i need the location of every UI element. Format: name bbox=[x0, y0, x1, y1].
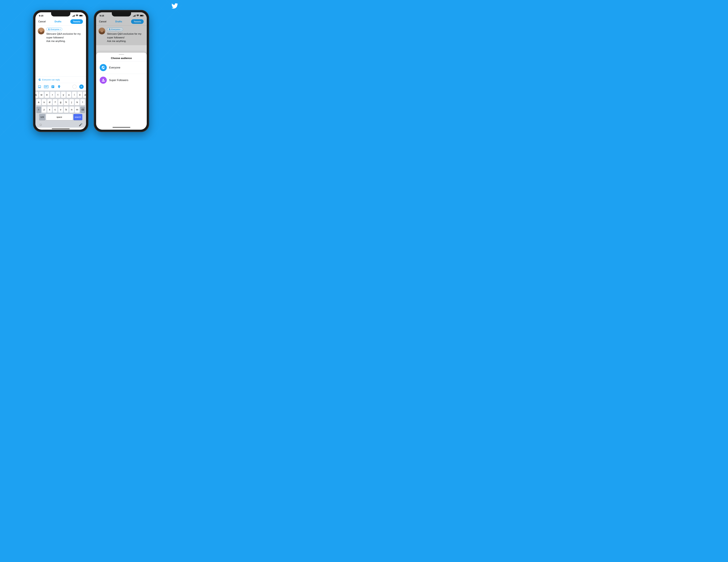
battery-icon-1 bbox=[79, 15, 82, 16]
key-j[interactable]: j bbox=[69, 99, 74, 105]
compose-area-1: Everyone ▾ Skincare Q&A exclusive for my… bbox=[35, 25, 86, 45]
key-i[interactable]: i bbox=[72, 92, 77, 98]
avatar-1 bbox=[38, 28, 45, 34]
sheet-title: Choose audience bbox=[96, 55, 147, 61]
audience-label-1: Everyone bbox=[51, 28, 59, 30]
audience-option-everyone[interactable]: Everyone bbox=[96, 61, 147, 74]
globe-reply-icon-1 bbox=[38, 78, 41, 81]
status-time-1: 9:15 bbox=[39, 14, 43, 17]
audience-sheet: Choose audience Everyone bbox=[96, 53, 147, 130]
phone-2: 9:15 Cancel Drafts Tweets bbox=[94, 10, 149, 132]
phone-1-screen: 9:15 Cancel Drafts Tweets bbox=[35, 12, 86, 130]
key-a[interactable]: a bbox=[36, 99, 41, 105]
keyboard-row-3: ⇧ z x c v b n m ⌫ bbox=[36, 106, 85, 113]
wifi-icon-1 bbox=[76, 15, 78, 17]
key-p[interactable]: p bbox=[83, 92, 86, 98]
twitter-logo bbox=[171, 3, 179, 9]
location-icon-1[interactable] bbox=[57, 85, 61, 88]
notch-1 bbox=[51, 12, 70, 16]
key-m[interactable]: m bbox=[75, 106, 80, 113]
reply-text-1: Everyone can reply bbox=[42, 79, 60, 81]
chevron-icon-1: ▾ bbox=[60, 28, 61, 30]
superfollowers-icon bbox=[100, 77, 107, 84]
key-d[interactable]: d bbox=[47, 99, 52, 105]
key-delete[interactable]: ⌫ bbox=[80, 106, 85, 113]
key-n[interactable]: n bbox=[69, 106, 74, 113]
keyboard-row-2: a s d f g h j k l bbox=[36, 99, 85, 105]
key-shift[interactable]: ⇧ bbox=[36, 106, 41, 113]
superfollowers-option-icon bbox=[101, 78, 105, 82]
key-v[interactable]: v bbox=[58, 106, 63, 113]
keyboard-row-1: q w e r t y u i o p bbox=[36, 92, 85, 98]
key-e[interactable]: e bbox=[45, 92, 49, 98]
key-y[interactable]: y bbox=[61, 92, 66, 98]
tweet-text-1[interactable]: Skincare Q&A exclusive for my super foll… bbox=[46, 32, 84, 43]
mic-icon-1[interactable]: 🎤 bbox=[79, 123, 82, 126]
key-b[interactable]: b bbox=[64, 106, 69, 113]
key-g[interactable]: g bbox=[58, 99, 63, 105]
home-indicator-1 bbox=[52, 128, 70, 129]
key-u[interactable]: u bbox=[66, 92, 71, 98]
status-icons-1 bbox=[72, 15, 82, 17]
key-t[interactable]: t bbox=[56, 92, 60, 98]
drafts-button-1[interactable]: Drafts bbox=[54, 20, 61, 23]
key-search[interactable]: search bbox=[73, 114, 82, 120]
phone-2-screen: 9:15 Cancel Drafts Tweets bbox=[96, 12, 147, 130]
keyboard-1: q w e r t y u i o p a s d f g bbox=[35, 91, 86, 122]
main-content-1: Everyone can reply bbox=[35, 45, 86, 83]
key-o[interactable]: o bbox=[77, 92, 82, 98]
cancel-button-1[interactable]: Cancel bbox=[38, 20, 46, 23]
add-icon-1[interactable]: + bbox=[79, 84, 84, 89]
superfollowers-label: Super Followers bbox=[109, 79, 128, 82]
home-indicator-2 bbox=[113, 127, 130, 128]
key-k[interactable]: k bbox=[75, 99, 80, 105]
phone-1: 9:15 Cancel Drafts Tweets bbox=[33, 10, 88, 132]
toolbar-1: GIF + bbox=[35, 83, 86, 91]
keyboard-row-4: 123 space search bbox=[36, 114, 85, 120]
key-h[interactable]: h bbox=[64, 99, 69, 105]
globe-badge-icon-1 bbox=[48, 28, 50, 30]
gif-icon-1[interactable]: GIF bbox=[44, 85, 48, 88]
key-r[interactable]: r bbox=[50, 92, 55, 98]
audience-option-superfollowers[interactable]: Super Followers bbox=[96, 74, 147, 86]
key-z[interactable]: z bbox=[42, 106, 46, 113]
progress-circle-1 bbox=[72, 85, 77, 89]
everyone-icon bbox=[100, 64, 107, 71]
everyone-label: Everyone bbox=[109, 66, 120, 69]
emoji-icon-1[interactable]: ☺ bbox=[39, 122, 43, 127]
phones-container: 9:15 Cancel Drafts Tweets bbox=[33, 9, 149, 132]
image-icon-1[interactable] bbox=[38, 85, 41, 88]
signal-bars-1 bbox=[72, 15, 75, 17]
audience-badge-1[interactable]: Everyone ▾ bbox=[46, 28, 62, 31]
globe-option-icon bbox=[101, 66, 105, 69]
key-f[interactable]: f bbox=[53, 99, 57, 105]
key-q[interactable]: q bbox=[35, 92, 39, 98]
key-c[interactable]: c bbox=[53, 106, 57, 113]
key-space[interactable]: space bbox=[46, 114, 73, 120]
key-x[interactable]: x bbox=[47, 106, 52, 113]
emoji-bar-1: ☺ 🎤 bbox=[35, 122, 86, 128]
key-s[interactable]: s bbox=[42, 99, 46, 105]
compose-right-1: Everyone ▾ Skincare Q&A exclusive for my… bbox=[46, 28, 84, 43]
tweets-button-1[interactable]: Tweets bbox=[70, 19, 83, 24]
poll-icon-1[interactable] bbox=[51, 85, 55, 88]
key-l[interactable]: l bbox=[80, 99, 85, 105]
nav-bar-1: Cancel Drafts Tweets bbox=[35, 18, 86, 25]
reply-indicator-1[interactable]: Everyone can reply bbox=[35, 76, 86, 83]
key-123[interactable]: 123 bbox=[39, 114, 45, 120]
key-w[interactable]: w bbox=[39, 92, 44, 98]
